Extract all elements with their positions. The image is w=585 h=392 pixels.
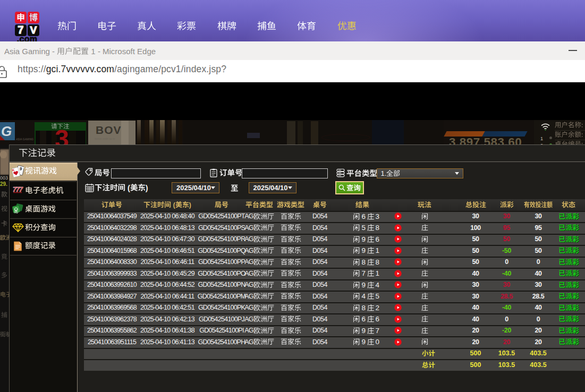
svg-text:7: 7 xyxy=(19,186,23,193)
